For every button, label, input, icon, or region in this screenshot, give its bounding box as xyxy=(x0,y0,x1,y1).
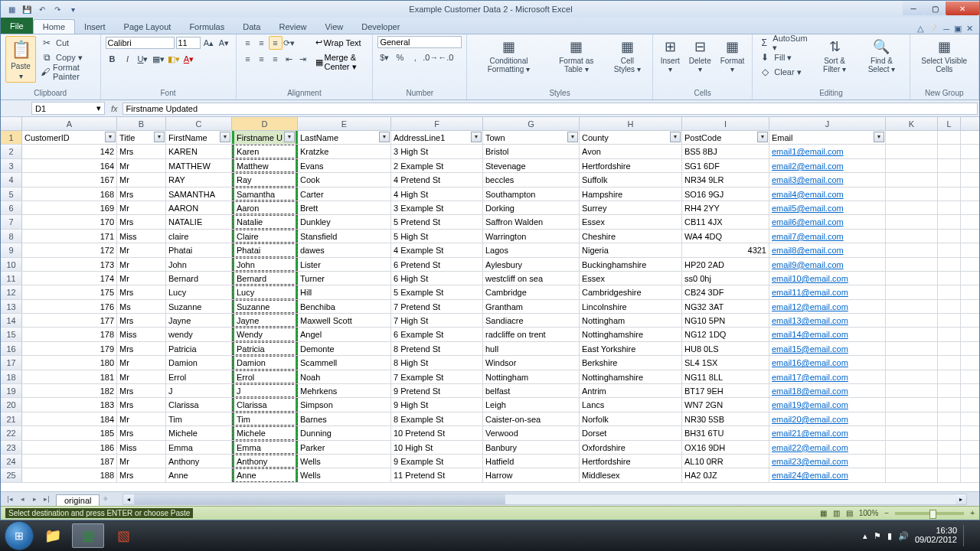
cell[interactable]: NATALIE xyxy=(166,215,232,228)
cell[interactable]: Ray xyxy=(232,173,298,186)
cell[interactable]: Evans xyxy=(298,159,391,172)
email-link[interactable]: email7@email.com xyxy=(772,232,844,241)
close-button[interactable]: ✕ xyxy=(946,2,979,15)
doc-restore-icon[interactable]: ▣ xyxy=(954,24,962,34)
column-header-L[interactable]: L xyxy=(938,117,961,130)
cell[interactable]: AARON xyxy=(166,201,232,214)
cell[interactable] xyxy=(938,455,961,468)
column-header-A[interactable]: A xyxy=(22,117,117,130)
maximize-button[interactable]: ▢ xyxy=(924,2,946,15)
cell[interactable]: Brett xyxy=(298,201,391,214)
cell[interactable]: Mrs xyxy=(117,398,166,411)
decrease-decimal-icon[interactable]: ←.0 xyxy=(439,51,452,64)
cell[interactable] xyxy=(886,426,938,439)
shrink-font-icon[interactable]: A▾ xyxy=(217,36,231,50)
cell[interactable] xyxy=(886,370,938,383)
cell[interactable] xyxy=(886,243,938,256)
cell[interactable]: Mr xyxy=(117,356,166,369)
cell[interactable] xyxy=(886,215,938,228)
cell[interactable]: John xyxy=(232,258,298,271)
cell[interactable]: Mr xyxy=(117,258,166,271)
align-middle-icon[interactable]: ≡ xyxy=(255,36,269,50)
cell[interactable] xyxy=(886,468,938,481)
filter-dropdown-icon[interactable]: ▼ xyxy=(757,132,768,142)
cell[interactable]: 175 xyxy=(22,285,117,298)
filter-dropdown-icon[interactable]: ▼ xyxy=(670,132,681,142)
cell[interactable] xyxy=(886,285,938,298)
tab-insert[interactable]: Insert xyxy=(75,20,115,34)
row-header[interactable]: 4 xyxy=(1,173,22,186)
hscroll-left-icon[interactable]: ◂ xyxy=(123,494,134,504)
cell[interactable]: CB11 4JX xyxy=(682,215,769,228)
cell[interactable]: County▼ xyxy=(580,131,682,144)
cell[interactable]: Stansfield xyxy=(298,230,391,243)
cell[interactable]: Nottinghamshire xyxy=(580,370,682,383)
cell[interactable]: 183 xyxy=(22,398,117,411)
cell[interactable] xyxy=(938,201,961,214)
help-icon[interactable]: ❔ xyxy=(928,24,939,34)
insert-cells-button[interactable]: ⊞Insert ▾ xyxy=(658,36,683,75)
cell[interactable]: email16@email.com xyxy=(769,356,886,369)
cell[interactable]: Clarissa xyxy=(232,398,298,411)
ribbon-minimize-icon[interactable]: △ xyxy=(917,24,923,34)
column-header-E[interactable]: E xyxy=(298,117,391,130)
email-link[interactable]: email15@email.com xyxy=(772,344,848,354)
cell[interactable]: Dunning xyxy=(298,426,391,439)
cell[interactable]: Saffron Walden xyxy=(483,215,580,228)
cell[interactable]: claire xyxy=(166,230,232,243)
increase-indent-icon[interactable]: ⇥ xyxy=(296,52,310,66)
cell[interactable]: radcliffe on trent xyxy=(483,328,580,341)
cell[interactable]: Mr xyxy=(117,173,166,186)
cell[interactable]: PostCode▼ xyxy=(682,131,769,144)
email-link[interactable]: email6@email.com xyxy=(772,217,844,227)
cell[interactable]: Surrey xyxy=(580,201,682,214)
italic-button[interactable]: I xyxy=(121,52,135,66)
cell[interactable]: Michele xyxy=(232,426,298,439)
cell[interactable] xyxy=(938,230,961,243)
cell[interactable]: email9@email.com xyxy=(769,258,886,271)
cell[interactable]: Hatfield xyxy=(483,455,580,468)
filter-dropdown-icon[interactable]: ▼ xyxy=(284,132,295,142)
email-link[interactable]: email4@email.com xyxy=(772,190,844,199)
cell[interactable]: 142 xyxy=(22,145,117,158)
cell[interactable]: email17@email.com xyxy=(769,370,886,383)
cell[interactable]: Sandiacre xyxy=(483,314,580,327)
cell[interactable]: Aylesbury xyxy=(483,258,580,271)
cell[interactable]: email5@email.com xyxy=(769,201,886,214)
cell[interactable] xyxy=(886,342,938,355)
cell[interactable]: SG1 6DF xyxy=(682,159,769,172)
cell[interactable]: HP20 2AD xyxy=(682,258,769,271)
cell[interactable]: Town▼ xyxy=(483,131,580,144)
cell[interactable]: Firstname U▼ xyxy=(232,131,298,144)
cell[interactable]: Avon xyxy=(580,145,682,158)
paste-button[interactable]: 📋 Paste▾ xyxy=(5,36,36,83)
save-icon[interactable]: 💾 xyxy=(21,3,33,15)
cell[interactable]: Tim xyxy=(232,412,298,425)
cell[interactable]: Phatai xyxy=(232,243,298,256)
cell[interactable]: Kratzke xyxy=(298,145,391,158)
cell[interactable]: Angel xyxy=(298,328,391,341)
cell[interactable]: 9 High St xyxy=(391,398,483,411)
cell[interactable]: Emma xyxy=(166,441,232,454)
font-color-button[interactable]: A▾ xyxy=(182,52,196,66)
cell[interactable]: FirstName▼ xyxy=(166,131,232,144)
row-header[interactable]: 5 xyxy=(1,187,22,201)
cell[interactable] xyxy=(886,314,938,327)
row-header[interactable]: 3 xyxy=(1,159,22,172)
cell[interactable]: HU8 0LS xyxy=(682,342,769,355)
select-all-corner[interactable] xyxy=(1,117,22,130)
border-button[interactable]: ▦▾ xyxy=(152,52,165,66)
fill-color-button[interactable]: ◧▾ xyxy=(167,52,181,66)
cell[interactable]: Caister-on-sea xyxy=(483,412,580,425)
tab-data[interactable]: Data xyxy=(234,20,270,34)
column-header-K[interactable]: K xyxy=(886,117,938,130)
row-header[interactable]: 14 xyxy=(1,314,22,327)
name-box[interactable]: D1▾ xyxy=(31,102,105,115)
cell[interactable]: hull xyxy=(483,342,580,355)
clear-button[interactable]: ◇Clear ▾ xyxy=(757,65,810,79)
cell[interactable]: SAMANTHA xyxy=(166,187,232,201)
cell[interactable]: Damion xyxy=(166,356,232,369)
cell[interactable]: 172 xyxy=(22,243,117,256)
cell[interactable]: NG11 8LL xyxy=(682,370,769,383)
cell[interactable]: Stevenage xyxy=(483,159,580,172)
